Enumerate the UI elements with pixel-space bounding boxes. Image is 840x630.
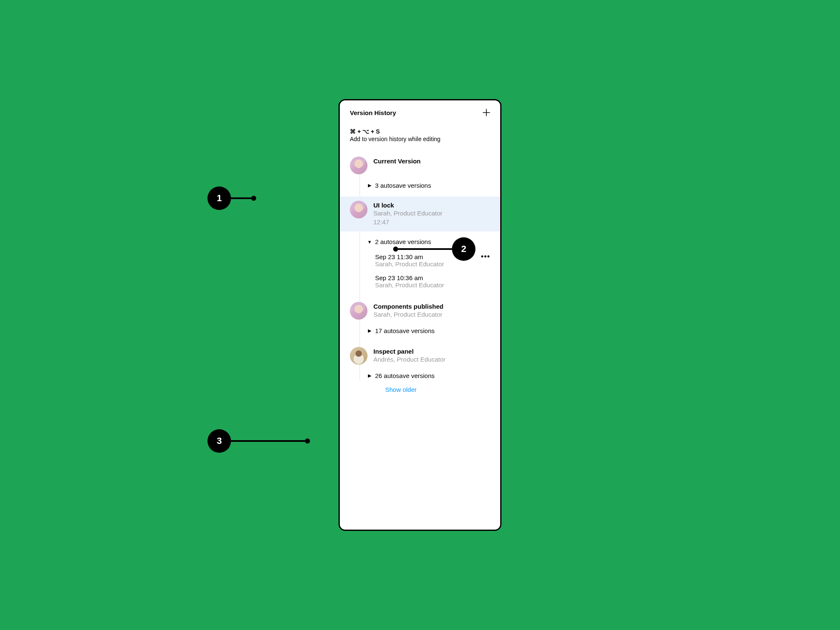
callout-line	[398, 248, 452, 250]
callout-dot	[251, 196, 256, 201]
chevron-down-icon: ▼	[368, 239, 372, 244]
show-older-link[interactable]: Show older	[340, 382, 500, 397]
panel-header: Version History	[340, 109, 500, 124]
version-title: Inspect panel	[373, 348, 490, 355]
add-version-button[interactable]	[483, 109, 490, 116]
version-current[interactable]: Current Version	[340, 152, 500, 179]
autosave-author: Sarah, Product Educator	[375, 260, 490, 268]
keyboard-shortcut: ⌘ + ⌥ + S	[340, 124, 500, 135]
version-time: 12:47	[373, 218, 490, 226]
version-body: Inspect panel Andrés, Product Educator	[373, 347, 490, 364]
annotation-callout-2: 2	[393, 237, 475, 261]
avatar	[350, 302, 368, 320]
version-timeline: Current Version ▶ 3 autosave versions UI…	[340, 152, 500, 397]
avatar	[350, 157, 368, 174]
version-author: Sarah, Product Educator	[373, 310, 490, 319]
annotation-callout-3: 3	[207, 429, 310, 453]
version-title: Components published	[373, 303, 490, 310]
version-author: Andrés, Product Educator	[373, 355, 490, 364]
annotation-callout-1: 1	[207, 186, 256, 210]
version-body: Components published Sarah, Product Educ…	[373, 302, 490, 319]
chevron-right-icon: ▶	[368, 183, 372, 188]
version-ui-lock[interactable]: UI lock Sarah, Product Educator 12:47	[340, 197, 500, 231]
version-inspect-panel[interactable]: Inspect panel Andrés, Product Educator	[340, 343, 500, 370]
callout-badge: 2	[452, 237, 475, 261]
callout-badge: 3	[207, 429, 231, 453]
callout-dot	[305, 438, 310, 444]
version-history-panel: Version History ⌘ + ⌥ + S Add to version…	[339, 99, 501, 531]
version-body: UI lock Sarah, Product Educator 12:47	[373, 201, 490, 226]
panel-title: Version History	[350, 109, 396, 116]
version-body: Current Version	[373, 157, 490, 165]
autosave-count: 26 autosave versions	[375, 372, 435, 379]
chevron-right-icon: ▶	[368, 373, 372, 378]
version-title: Current Version	[373, 158, 490, 165]
version-title: UI lock	[373, 202, 490, 209]
version-author: Sarah, Product Educator	[373, 209, 490, 218]
callout-badge: 1	[207, 186, 231, 210]
autosave-author: Sarah, Product Educator	[375, 281, 490, 289]
version-components-published[interactable]: Components published Sarah, Product Educ…	[340, 298, 500, 325]
callout-line	[231, 197, 251, 199]
callout-dot	[393, 247, 398, 252]
chevron-right-icon: ▶	[368, 328, 372, 333]
autosave-count: 3 autosave versions	[375, 182, 431, 189]
avatar	[350, 347, 368, 365]
autosave-entry[interactable]: Sep 23 10:36 am Sarah, Product Educator	[340, 271, 500, 292]
autosave-toggle-components[interactable]: ▶ 17 autosave versions	[340, 325, 500, 337]
autosave-toggle-current[interactable]: ▶ 3 autosave versions	[340, 179, 500, 192]
autosave-toggle-inspect[interactable]: ▶ 26 autosave versions	[340, 370, 500, 382]
autosave-count: 17 autosave versions	[375, 327, 435, 334]
more-icon[interactable]: •••	[481, 253, 490, 260]
avatar	[350, 201, 368, 218]
callout-line	[231, 440, 305, 442]
autosave-time: Sep 23 10:36 am	[375, 274, 423, 281]
keyboard-shortcut-description: Add to version history while editing	[340, 135, 500, 152]
